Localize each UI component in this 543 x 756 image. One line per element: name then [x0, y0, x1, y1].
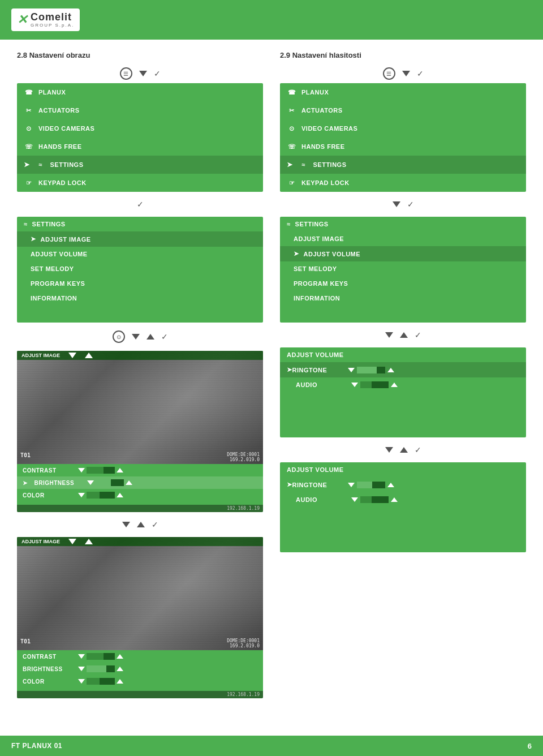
r-down-icon[interactable]	[402, 71, 410, 76]
contrast-slider1	[78, 467, 123, 474]
b-up2[interactable]	[117, 667, 123, 671]
c-up2[interactable]	[117, 654, 123, 659]
c-down2[interactable]	[78, 654, 85, 659]
left-section-title: 2.8 Nastavení obrazu	[17, 51, 263, 59]
settings-adjust-image[interactable]: ➤ ADJUST IMAGE	[17, 231, 263, 247]
rv2-check-icon[interactable]: ✓	[415, 445, 421, 454]
audio-down2[interactable]	[351, 497, 358, 502]
ring-up1[interactable]	[387, 368, 394, 372]
menu-item-keypad-lock[interactable]: ☞ KEYPAD LOCK	[17, 174, 263, 192]
right-vol1-icons: ✓	[280, 327, 526, 343]
bottom-left-text: FT PLANUX 01	[11, 742, 62, 750]
audio-up2[interactable]	[391, 497, 398, 502]
menu-icon: ☰	[120, 67, 132, 80]
ringtone-label2: RINGTONE	[292, 482, 343, 488]
rv1-check-icon[interactable]: ✓	[415, 330, 421, 340]
menu-item-settings[interactable]: ➤ ≈ SETTINGS	[17, 156, 263, 174]
r-settings-program-keys[interactable]: PROGRAM KEYS	[280, 276, 526, 291]
rv2-up-icon[interactable]	[400, 447, 408, 453]
v2-down-icon[interactable]	[122, 522, 130, 527]
r-settings-adjust-image[interactable]: ADJUST IMAGE	[280, 231, 526, 246]
ring-down1[interactable]	[348, 368, 355, 372]
r-settings-information[interactable]: INFORMATION	[280, 291, 526, 306]
video-bottom2: T01 DOME:DE:0001169.2.019.0	[17, 637, 263, 650]
color-up1[interactable]	[117, 493, 123, 497]
rv2-down-icon[interactable]	[385, 447, 393, 453]
down-tri-icon[interactable]	[139, 71, 147, 76]
audio-bar-fill1	[360, 381, 372, 388]
r-menu-keypad-lock[interactable]: ☞ KEYPAD LOCK	[280, 174, 526, 192]
contrast-slider2	[78, 653, 123, 660]
vol-spacer1	[280, 392, 526, 437]
check-icon2[interactable]: ✓	[137, 200, 144, 209]
rs-down-icon[interactable]	[393, 201, 400, 207]
menu-item-planux[interactable]: ☎ PLANUX	[17, 83, 263, 101]
r-menu-settings[interactable]: ➤ ≈ SETTINGS	[280, 156, 526, 174]
vid-coords2: 192.168.1.19	[17, 691, 263, 698]
logo-x-icon: ✕	[17, 12, 27, 27]
adj-icon2	[68, 539, 76, 544]
audio-label2: AUDIO	[296, 496, 347, 503]
r-settings-set-melody[interactable]: SET MELODY	[280, 261, 526, 276]
slider-down1[interactable]	[78, 468, 85, 472]
camera-icon: ⊙	[24, 123, 34, 134]
rv1-down-icon[interactable]	[385, 332, 393, 338]
ringtone-item1[interactable]: ➤ RINGTONE	[280, 362, 526, 377]
settings-program-keys[interactable]: PROGRAM KEYS	[17, 276, 263, 291]
bottom-right-text: 6	[528, 742, 532, 750]
top-bar: ✕ Comelit GROUP S.p.A.	[0, 0, 543, 40]
settings-adjust-volume[interactable]: ADJUST VOLUME	[17, 247, 263, 261]
rs-check-icon[interactable]: ✓	[407, 200, 414, 209]
v2-check-icon[interactable]: ✓	[152, 520, 158, 529]
color-down1[interactable]	[78, 493, 85, 497]
r-menu-video-cameras[interactable]: ⊙ VIDEO CAMERAS	[280, 119, 526, 138]
contrast-item1[interactable]: CONTRAST	[17, 464, 263, 476]
contrast-item2[interactable]: CONTRAST	[17, 650, 263, 663]
ringtone-item2[interactable]: ➤ RINGTONE	[280, 477, 526, 492]
v2-up-icon[interactable]	[137, 522, 145, 527]
slider-up1[interactable]	[117, 468, 123, 472]
brightness-item2[interactable]: BRIGHTNESS	[17, 663, 263, 675]
bright-down1[interactable]	[87, 480, 94, 485]
r-check-icon[interactable]: ✓	[417, 69, 424, 78]
r-menu-actuators[interactable]: ✂ ACTUATORS	[280, 101, 526, 119]
ring-up2[interactable]	[387, 483, 394, 487]
video-tr2: DOME:DE:0001169.2.019.0	[227, 638, 260, 648]
menu-item-hands-free[interactable]: ☏ HANDS FREE	[17, 138, 263, 156]
v-check-icon[interactable]: ✓	[161, 332, 168, 341]
check-icon[interactable]: ✓	[154, 69, 161, 78]
brightness-slider2	[78, 665, 123, 672]
menu-item-video-cameras[interactable]: ⊙ VIDEO CAMERAS	[17, 119, 263, 138]
v-down-icon[interactable]	[132, 334, 140, 340]
menu-item-actuators[interactable]: ✂ ACTUATORS	[17, 101, 263, 119]
col-down2[interactable]	[78, 679, 85, 684]
r-menu-planux[interactable]: ☎ PLANUX	[280, 83, 526, 101]
brightness-item1[interactable]: ➤ BRIGHTNESS	[17, 476, 263, 489]
color-slider1	[78, 492, 123, 499]
color-slider2	[78, 678, 123, 685]
col-up2[interactable]	[117, 679, 123, 684]
audio-down1[interactable]	[351, 383, 358, 387]
settings-set-melody[interactable]: SET MELODY	[17, 261, 263, 276]
audio-up1[interactable]	[391, 383, 398, 387]
audio-item1[interactable]: AUDIO	[280, 377, 526, 392]
settings-information[interactable]: INFORMATION	[17, 291, 263, 306]
logo-box: ✕ Comelit GROUP S.p.A.	[11, 8, 80, 32]
r-settings-adjust-volume[interactable]: ➤ ADJUST VOLUME	[280, 246, 526, 261]
ringtone-label1: RINGTONE	[292, 367, 343, 373]
v-up-icon[interactable]	[146, 334, 154, 340]
right-settings-menu: ≈ SETTINGS ADJUST IMAGE ➤ ADJUST VOLUME …	[280, 217, 526, 323]
color-item1[interactable]: COLOR	[17, 489, 263, 501]
audio-item2[interactable]: AUDIO	[280, 492, 526, 507]
rv1-up-icon[interactable]	[400, 332, 408, 338]
r-menu-hands-free[interactable]: ☏ HANDS FREE	[280, 138, 526, 156]
bright-up1[interactable]	[126, 480, 132, 485]
ring-bar-fill1	[357, 367, 377, 373]
b-down2[interactable]	[78, 667, 85, 671]
color-item2[interactable]: COLOR	[17, 675, 263, 688]
r-menu-icon: ☰	[383, 67, 395, 80]
adj-up-icon2	[85, 539, 93, 544]
ring-down2[interactable]	[348, 483, 355, 487]
settings-header: ≈ SETTINGS	[17, 217, 263, 231]
right-vol-panel1: ADJUST VOLUME ➤ RINGTONE AUDIO	[280, 347, 526, 437]
